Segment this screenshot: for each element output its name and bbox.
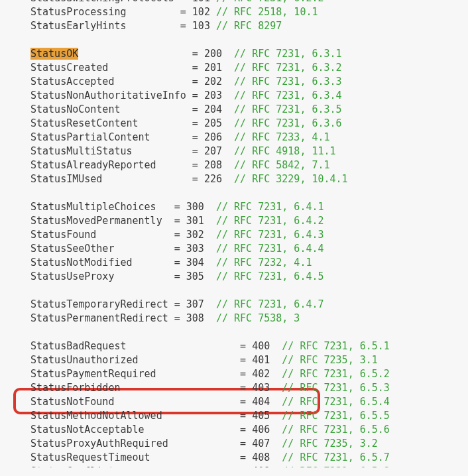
rfc-comment: // RFC 7231, 6.4.3 (210, 229, 324, 241)
padding (114, 396, 240, 408)
status-code-value: 200 (204, 48, 222, 60)
padding (150, 451, 240, 463)
padding (114, 465, 240, 467)
status-constant-name: StatusNoContent (30, 103, 120, 115)
code-line: StatusNotFound = 404 // RFC 7231, 6.5.4 (30, 395, 468, 409)
status-code-value: 201 (204, 62, 222, 74)
status-code-value: 207 (204, 145, 222, 157)
rfc-comment: // RFC 7231, 6.5.8 (276, 465, 390, 467)
code-line: StatusNonAuthoritativeInfo = 203 // RFC … (30, 89, 468, 103)
code-line: StatusPermanentRedirect = 308 // RFC 753… (30, 312, 468, 326)
status-constant-name: StatusPartialContent (30, 131, 150, 143)
rfc-comment: // RFC 7231, 6.3.6 (228, 117, 342, 129)
status-constant-name: StatusForbidden (30, 382, 120, 394)
code-line: StatusAlreadyReported = 208 // RFC 5842,… (30, 158, 468, 172)
padding (102, 173, 192, 185)
rfc-comment: // RFC 7235, 3.1 (276, 354, 378, 366)
status-constant-name: StatusNotModified (30, 257, 133, 268)
equals-sign: = (192, 117, 204, 129)
rfc-comment: // RFC 7231, 6.5.6 (276, 424, 390, 436)
code-line: StatusProcessing = 102 // RFC 2518, 10.1 (30, 5, 468, 19)
rfc-comment: // RFC 7231, 6.5.1 (276, 340, 390, 352)
padding (186, 89, 192, 101)
status-constant-name: StatusSeeOther (30, 243, 114, 255)
code-line: StatusCreated = 201 // RFC 7231, 6.3.2 (30, 61, 468, 75)
equals-sign: = (192, 48, 204, 60)
status-constant-name: StatusNonAuthoritativeInfo (30, 89, 186, 101)
rfc-comment: // RFC 7231, 6.3.4 (228, 89, 342, 101)
rfc-comment: // RFC 7231, 6.4.7 (210, 298, 324, 310)
rfc-comment: // RFC 7231, 6.2.2 (216, 0, 324, 4)
padding (162, 215, 174, 227)
code-line: StatusUseProxy = 305 // RFC 7231, 6.4.5 (30, 270, 468, 284)
status-code-value: 307 (186, 298, 204, 310)
status-constant-name: StatusNotFound (30, 396, 114, 408)
status-constant-name: StatusPermanentRedirect (30, 312, 168, 324)
padding (168, 298, 174, 310)
equals-sign: = (192, 131, 204, 143)
equals-sign: = (174, 312, 186, 324)
equals-sign: = (180, 0, 192, 4)
code-line: StatusTemporaryRedirect = 307 // RFC 723… (30, 298, 468, 312)
status-code-value: 206 (204, 131, 222, 143)
rfc-comment: // RFC 7231, 6.5.5 (276, 410, 390, 422)
padding (133, 257, 174, 268)
padding (145, 424, 241, 436)
status-constant-name: StatusProxyAuthRequired (30, 438, 168, 449)
padding (78, 48, 192, 60)
code-line (30, 326, 468, 339)
status-constant-name: StatusAccepted (30, 76, 114, 88)
code-line: StatusNotModified = 304 // RFC 7232, 4.1 (30, 256, 468, 270)
status-code-value: 204 (204, 103, 222, 115)
equals-sign: = (174, 298, 186, 310)
rfc-comment: // RFC 2518, 10.1 (216, 6, 318, 18)
padding (168, 312, 174, 324)
padding (127, 340, 241, 352)
status-code-value: 208 (204, 159, 222, 171)
status-code-value: 405 (252, 410, 270, 422)
code-line (30, 186, 468, 200)
code-line: StatusFound = 302 // RFC 7231, 6.4.3 (30, 228, 468, 242)
rfc-comment: // RFC 7231, 6.4.5 (210, 270, 324, 282)
padding (114, 76, 192, 88)
rfc-comment: // RFC 7235, 3.2 (276, 438, 378, 449)
rfc-comment: // RFC 5842, 7.1 (228, 159, 330, 171)
padding (96, 229, 174, 241)
code-line (30, 33, 468, 47)
padding (156, 159, 192, 171)
status-constant-name: StatusCreated (30, 62, 108, 74)
rfc-comment: // RFC 7231, 6.3.2 (228, 62, 342, 74)
status-code-value: 408 (252, 451, 270, 463)
rfc-comment: // RFC 7231, 6.4.2 (210, 215, 324, 227)
rfc-comment: // RFC 3229, 10.4.1 (228, 173, 348, 185)
padding (156, 201, 174, 213)
padding (133, 145, 192, 157)
equals-sign: = (192, 89, 204, 101)
rfc-comment: // RFC 7231, 6.5.3 (276, 382, 390, 394)
status-constant-name: StatusFound (30, 229, 96, 241)
rfc-comment: // RFC 7232, 4.1 (210, 257, 312, 268)
status-code-value: 406 (252, 424, 270, 436)
status-constant-name: StatusProcessing (30, 6, 127, 18)
status-constant-name: StatusResetContent (30, 117, 139, 129)
status-code-value: 409 (252, 465, 270, 467)
code-line: StatusBadRequest = 400 // RFC 7231, 6.5.… (30, 339, 468, 353)
equals-sign: = (240, 368, 252, 380)
padding (150, 131, 192, 143)
status-code-value: 205 (204, 117, 222, 129)
status-constant-name: StatusUnauthorized (30, 354, 139, 366)
padding (127, 6, 180, 18)
status-code-value: 407 (252, 438, 270, 449)
padding (162, 410, 240, 422)
code-line: StatusMultipleChoices = 300 // RFC 7231,… (30, 200, 468, 214)
status-code-value: 203 (204, 89, 222, 101)
status-code-value: 202 (204, 76, 222, 88)
status-constant-name: StatusTemporaryRedirect (30, 298, 168, 310)
code-line: StatusAccepted = 202 // RFC 7231, 6.3.3 (30, 75, 468, 89)
status-code-value: 103 (192, 20, 210, 32)
rfc-comment: // RFC 7233, 4.1 (228, 131, 330, 143)
status-code-value: 401 (252, 354, 270, 366)
equals-sign: = (192, 103, 204, 115)
equals-sign: = (240, 340, 252, 352)
equals-sign: = (174, 243, 186, 255)
